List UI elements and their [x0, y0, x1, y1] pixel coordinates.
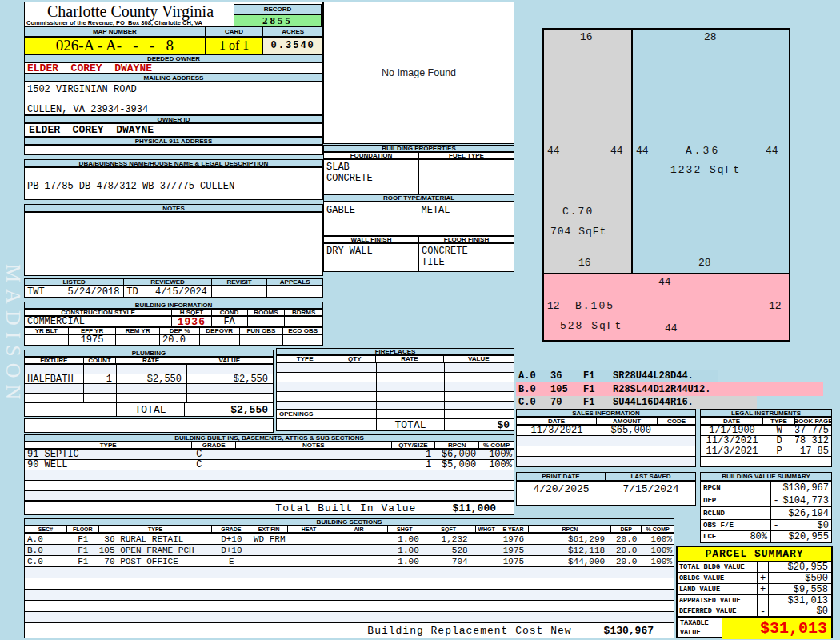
fireplaces-value-label: VALUE — [444, 356, 514, 362]
sales-code-label: CODE — [658, 418, 695, 424]
legend-trace: SR28U44L28D44. — [613, 370, 694, 382]
legal-description-value: PB 17/85 DB 478/312 WB 37/775 CULLEN — [27, 181, 234, 192]
plumbing-footer-strip — [24, 418, 274, 433]
dim-c-top: 16 — [580, 31, 593, 43]
effyr-label: EFF YR — [69, 328, 117, 334]
wall-finish-value: DRY WALL — [324, 244, 419, 271]
sketch-legend-row-a: A.0 36 F1 SR28U44L28D44. — [516, 370, 718, 382]
card-label: CARD — [206, 27, 264, 36]
sales-title: SALES INFORMATION — [572, 410, 640, 417]
sketch-c-name: C.70 — [562, 206, 594, 218]
legal-instrument-row: 1/1/1900 W 37 775 — [701, 426, 831, 436]
ps-sign: + — [758, 584, 769, 594]
legal-instrument-row: 11/3/2021 P 17 85 — [701, 446, 831, 457]
sales-col-header: DATE AMOUNT CODE — [516, 417, 696, 425]
ps-value: $31,013 — [769, 595, 831, 606]
dim-a-bottom: 28 — [698, 257, 711, 269]
replacement-cost-label: Building Replacement Cost New — [367, 625, 571, 637]
built-ins-header: BUILDING BUILT INS, BASEMENTS, ATTICS & … — [24, 434, 514, 442]
physical-address-header: PHYSICAL 911 ADDRESS — [24, 137, 323, 145]
acres-label: ACRES — [263, 27, 322, 36]
sketch-legend-row-b: B.0 105 F1 R28SL44D12R44U12. — [516, 382, 823, 396]
owner-id-label: OWNER ID — [158, 116, 190, 123]
listed-label: LISTED — [25, 279, 124, 285]
fireplaces-row — [277, 382, 514, 392]
building-section-row: B.0 F1 105 OPEN FRAME PCH D+10 1.00 528 … — [25, 545, 674, 556]
legend-type: 105 — [550, 384, 583, 395]
mailing-address-header: MAILING ADDRESS — [24, 74, 323, 82]
hsqft-value: 1936 — [172, 317, 212, 326]
print-saved-values: 4/20/2025 7/15/2024 — [516, 481, 696, 506]
fireplaces-total-value: $0 — [445, 419, 514, 430]
mailing-address-label: MAILING ADDRESS — [144, 74, 204, 82]
building-info-title: BUILDING INFORMATION — [135, 302, 213, 309]
legend-trace: SU44L16D44R16. — [613, 397, 694, 408]
foundation-fuel-header: FOUNDATION FUEL TYPE — [323, 152, 514, 159]
reviewed-by: TD — [126, 286, 138, 297]
grade-label: GRADE — [212, 526, 250, 532]
record-number: 2855 — [234, 14, 322, 26]
parcel-summary-row: OBLDG VALUE + $500 — [678, 573, 831, 584]
cond-value: FA — [212, 317, 248, 326]
plumbing-total-label: TOTAL — [117, 403, 185, 416]
roof-values: GABLE METAL — [323, 202, 514, 236]
deeded-owner-value: ELDER COREY DWAYNE — [24, 62, 323, 74]
ps-sign — [758, 562, 769, 572]
eyear-label: E YEAR — [498, 526, 530, 532]
building-sections-body: A.0 F1 36 RURAL RETAIL D+10 WD FRM 1.00 … — [24, 533, 674, 622]
plumbing-row: HALFBATH 1 $2,550 $2,550 — [25, 374, 273, 384]
deeded-owner-header: DEEDED OWNER — [24, 54, 323, 62]
legal-instruments-body: 1/1/1900 W 37 775 11/3/2021 D 478 312 11… — [700, 425, 832, 467]
rooms-label: ROOMS — [248, 310, 286, 315]
listed-by: TWT — [27, 286, 45, 297]
rpcn-label: RPCN — [529, 526, 611, 532]
roof-type-value: GABLE — [324, 202, 419, 235]
construction-style-value: COMMERCIAL — [25, 317, 172, 326]
fireplaces-type-label: TYPE — [277, 356, 334, 362]
physical-address-value — [24, 145, 323, 155]
no-image-text: No Image Found — [382, 67, 456, 78]
built-ins-rpcn-label: RPCN — [435, 442, 479, 448]
map-card-acres-header: MAP NUMBER CARD ACRES — [24, 26, 323, 37]
bdrms-value — [285, 317, 322, 326]
property-record-card: MADISON Charlotte County Virginia Commis… — [0, 0, 840, 640]
ps-value: $20,955 — [769, 562, 831, 573]
legal-instruments-col-header: DATE TYPE BOOK PAGE — [700, 417, 832, 425]
dep-label: DEP % — [160, 328, 200, 334]
built-in-row — [25, 470, 514, 481]
built-ins-body: 91 SEPTIC C 1 $6,000 100% 90 WELL C 1 $5… — [24, 449, 514, 501]
ps-value: $500 — [769, 573, 831, 584]
building-properties-header: BUILDING PROPERTIES — [323, 145, 514, 152]
plumbing-total-value: $2,550 — [185, 403, 273, 416]
sketch-a-name: A.36 — [686, 145, 720, 157]
visits-values: TWT 5/24/2018 TD 4/15/2024 — [24, 286, 323, 298]
legal-description-header: DBA/BUISNESS NAME/HOUSE NAME & LEGAL DES… — [24, 159, 323, 167]
notes-label: NOTES — [162, 205, 185, 212]
sales-amount-label: AMOUNT — [597, 418, 658, 424]
legend-trace: R28SL44D12R44U12. — [613, 384, 710, 395]
plumbing-body: HALFBATH 1 $2,550 $2,550 — [24, 364, 274, 402]
photo-placeholder-box: No Image Found — [323, 2, 514, 144]
value-summary-header: BUILDING VALUE SUMMARY — [700, 472, 832, 481]
sqft-label: SQFT — [422, 526, 476, 532]
dim-b-right: 12 — [769, 300, 782, 312]
building-section-row: C.0 F1 70 POST OFFICE E 1.00 704 1975 $4… — [25, 556, 674, 567]
sec-label: SEC# — [25, 526, 67, 532]
sketch-b-sqft: 528 SqFt — [560, 320, 622, 332]
built-ins-qty-label: QTY/SIZE — [392, 442, 436, 448]
floor-finish-label: FLOOR FINISH — [419, 237, 514, 242]
plumbing-fixture-label: FIXTURE — [25, 358, 84, 363]
parcel-summary-row: TOTAL BLDG VALUE $20,955 — [678, 562, 831, 573]
fireplaces-header: FIREPLACES — [276, 348, 514, 355]
funobs-label: FUN OBS — [240, 328, 284, 334]
record-label: RECORD — [264, 6, 292, 13]
remyr-value — [116, 335, 160, 345]
roof-material-value: METAL — [419, 202, 514, 235]
building-info-header: BUILDING INFORMATION — [24, 302, 323, 309]
floor-finish-value: CONCRETE TILE — [419, 244, 514, 271]
building-section-row — [25, 601, 674, 612]
ps-sign: + — [758, 573, 769, 583]
plumbing-rate-label: RATE — [116, 358, 186, 363]
funobs-value — [240, 335, 284, 345]
dep-label: DEP — [611, 526, 642, 532]
